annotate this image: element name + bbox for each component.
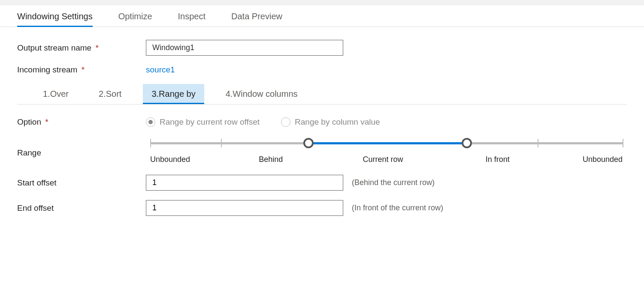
- range-slider[interactable]: Unbounded Behind Current row In front Un…: [146, 136, 627, 165]
- output-stream-input[interactable]: [146, 40, 343, 56]
- tab-windowing-settings[interactable]: Windowing Settings: [17, 12, 93, 27]
- slider-track-fill: [308, 142, 467, 144]
- subtab-window-columns[interactable]: 4.Window columns: [217, 84, 306, 104]
- top-strip: [0, 0, 644, 5]
- radio-icon: [146, 117, 155, 127]
- radio-label-offset: Range by current row offset: [160, 117, 260, 127]
- required-marker: *: [45, 117, 48, 126]
- incoming-stream-link[interactable]: source1: [146, 65, 175, 75]
- slider-label-behind: Behind: [259, 155, 283, 164]
- option-radio-group: Range by current row offset Range by col…: [146, 117, 380, 127]
- label-start-offset: Start offset: [17, 178, 146, 188]
- main-tabs: Windowing Settings Optimize Inspect Data…: [0, 5, 644, 27]
- subtab-sort[interactable]: 2.Sort: [90, 84, 130, 104]
- label-output-stream-text: Output stream name: [17, 43, 91, 52]
- start-offset-hint: (Behind the current row): [352, 178, 435, 187]
- sub-tabs: 1.Over 2.Sort 3.Range by 4.Window column…: [17, 84, 627, 105]
- label-option-text: Option: [17, 117, 41, 126]
- row-end-offset: End offset (In front of the current row): [17, 200, 627, 216]
- end-offset-hint: (In front of the current row): [352, 203, 443, 212]
- label-end-offset: End offset: [17, 203, 146, 213]
- label-range: Range: [17, 136, 146, 158]
- row-output-stream: Output stream name *: [17, 40, 627, 56]
- start-offset-input[interactable]: [146, 175, 343, 191]
- radio-label-column: Range by column value: [295, 117, 380, 127]
- slider-handle-start[interactable]: [303, 138, 314, 148]
- slider-track: [150, 138, 623, 155]
- slider-label-in-front: In front: [486, 155, 510, 164]
- radio-range-by-column[interactable]: Range by column value: [281, 117, 380, 127]
- radio-range-by-offset[interactable]: Range by current row offset: [146, 117, 260, 127]
- row-range: Range Unbounded Behind Current row In fr…: [17, 136, 627, 165]
- label-incoming-stream-text: Incoming stream: [17, 65, 77, 74]
- row-incoming-stream: Incoming stream * source1: [17, 65, 627, 75]
- subtab-over[interactable]: 1.Over: [34, 84, 77, 104]
- tab-optimize[interactable]: Optimize: [118, 12, 152, 27]
- slider-labels: Unbounded Behind Current row In front Un…: [150, 155, 623, 165]
- radio-icon: [281, 117, 290, 127]
- slider-label-unbounded-right: Unbounded: [583, 155, 623, 164]
- slider-tick: [150, 139, 151, 147]
- slider-tick: [221, 139, 222, 147]
- label-option: Option *: [17, 117, 146, 127]
- tab-inspect[interactable]: Inspect: [178, 12, 206, 27]
- end-offset-input[interactable]: [146, 200, 343, 216]
- slider-tick: [538, 139, 538, 147]
- subtab-range-by[interactable]: 3.Range by: [143, 84, 204, 104]
- required-marker: *: [82, 65, 85, 74]
- slider-label-unbounded-left: Unbounded: [150, 155, 190, 164]
- slider-tick: [623, 139, 623, 147]
- required-marker: *: [95, 43, 98, 52]
- row-option: Option * Range by current row offset Ran…: [17, 117, 627, 127]
- slider-label-current-row: Current row: [363, 155, 403, 164]
- slider-handle-end[interactable]: [462, 138, 472, 148]
- tab-data-preview[interactable]: Data Preview: [231, 12, 282, 27]
- content-pane: Output stream name * Incoming stream * s…: [0, 27, 644, 242]
- label-incoming-stream: Incoming stream *: [17, 65, 146, 75]
- row-start-offset: Start offset (Behind the current row): [17, 175, 627, 191]
- label-output-stream: Output stream name *: [17, 43, 146, 53]
